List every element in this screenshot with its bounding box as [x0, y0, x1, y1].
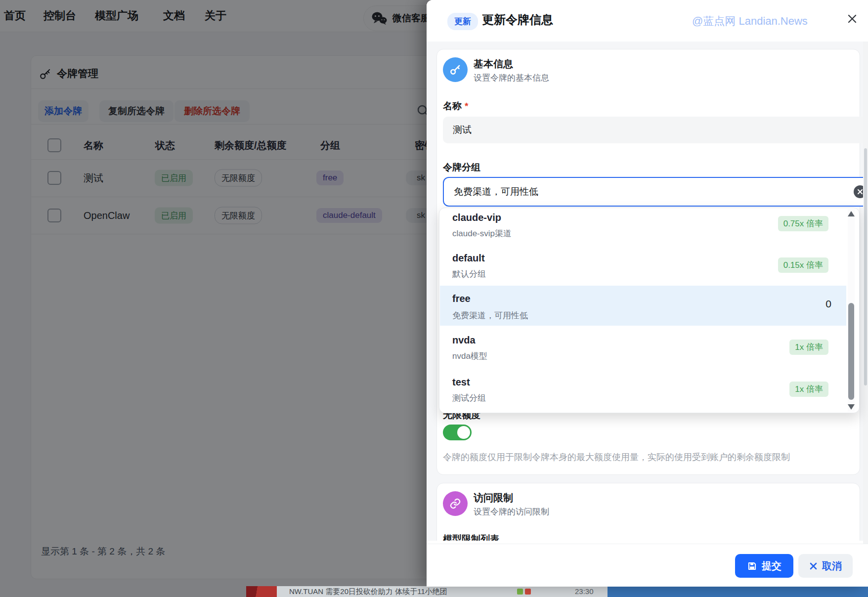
name-label-text: 名称 — [443, 101, 462, 111]
access-restriction-card: 访问限制 设置令牌的访问限制 模型限制列表 — [436, 483, 860, 541]
rate-badge: 0.75x 倍率 — [778, 216, 828, 231]
submit-button[interactable]: 提交 — [735, 554, 793, 578]
update-token-drawer: 更新 更新令牌信息 @蓝点网 Landian.News 基本信息 设置令牌 — [427, 0, 868, 586]
group-name: claude-vip — [452, 212, 501, 223]
group-input[interactable]: 免费渠道，可用性低 — [443, 177, 868, 207]
rate-badge: 1x 倍率 — [789, 382, 828, 397]
drawer-scrollbar-thumb[interactable] — [864, 148, 867, 385]
rate-value: 0 — [825, 298, 831, 310]
cancel-label: 取消 — [822, 559, 842, 573]
unlimited-quota-toggle[interactable] — [443, 425, 472, 440]
scroll-down-icon[interactable] — [848, 404, 855, 410]
drawer-title: 更新令牌信息 — [482, 12, 553, 28]
group-desc: 测试分组 — [452, 392, 486, 404]
name-input-value: 测试 — [453, 124, 472, 136]
section-subtitle: 设置令牌的基本信息 — [474, 72, 549, 84]
group-name: free — [452, 293, 471, 304]
drawer-footer: 提交 取消 — [427, 544, 868, 587]
quota-hint: 令牌的额度仅用于限制令牌本身的最大额度使用量，实际的使用受到账户的剩余额度限制 — [443, 451, 790, 463]
required-asterisk: * — [465, 101, 468, 111]
screen: 首页 控制台 模型广场 文档 关于 微信客服 — [0, 0, 868, 597]
section-title: 基本信息 — [474, 57, 513, 71]
rate-badge: 0.15x 倍率 — [778, 257, 828, 273]
section-title: 访问限制 — [474, 491, 513, 505]
taskbar-blue-strip — [608, 586, 868, 597]
scrollbar-thumb[interactable] — [848, 303, 854, 400]
name-input[interactable]: 测试 — [443, 117, 868, 143]
group-input-value: 免费渠道，可用性低 — [454, 185, 538, 198]
group-name: nvda — [452, 335, 476, 346]
section-subtitle: 设置令牌的访问限制 — [474, 506, 549, 517]
dropdown-scrollbar[interactable] — [848, 209, 855, 412]
drawer-scrollbar[interactable] — [863, 42, 868, 544]
drawer-header: 更新 更新令牌信息 @蓝点网 Landian.News — [427, 0, 868, 42]
close-icon[interactable] — [844, 11, 860, 27]
submit-label: 提交 — [762, 559, 781, 573]
watermark-label: @蓝点网 Landian.News — [692, 14, 808, 29]
name-label: 名称* — [443, 100, 468, 113]
rate-badge: 1x 倍率 — [789, 340, 828, 355]
strip-time: 23:30 — [575, 586, 594, 597]
cancel-x-icon — [809, 562, 818, 570]
strip-emoji — [517, 589, 523, 595]
key-circle-icon — [443, 57, 468, 82]
group-desc: 免费渠道，可用性低 — [452, 310, 528, 321]
group-dropdown: claude-vip claude-svip渠道 0.75x 倍率 defaul… — [439, 208, 860, 413]
cancel-button[interactable]: 取消 — [798, 554, 853, 578]
strip-text: NW.TUAN 需要20日投砍价助力 体续于11小绝团 — [289, 586, 447, 597]
strip-emoji — [525, 589, 531, 595]
group-label: 令牌分组 — [443, 161, 480, 174]
model-restriction-label: 模型限制列表 — [443, 533, 499, 541]
toggle-knob — [457, 426, 470, 439]
group-desc: nvda模型 — [452, 350, 487, 362]
group-desc: claude-svip渠道 — [452, 228, 512, 239]
group-desc: 默认分组 — [452, 268, 486, 280]
strip-thumbnail — [246, 586, 277, 597]
group-name: default — [452, 253, 485, 264]
save-icon — [747, 561, 757, 571]
scroll-up-icon[interactable] — [848, 211, 855, 216]
bottom-window-strip: NW.TUAN 需要20日投砍价助力 体续于11小绝团 23:30 — [246, 586, 608, 597]
update-badge: 更新 — [447, 13, 478, 30]
link-circle-icon — [443, 491, 468, 516]
group-name: test — [452, 377, 470, 388]
